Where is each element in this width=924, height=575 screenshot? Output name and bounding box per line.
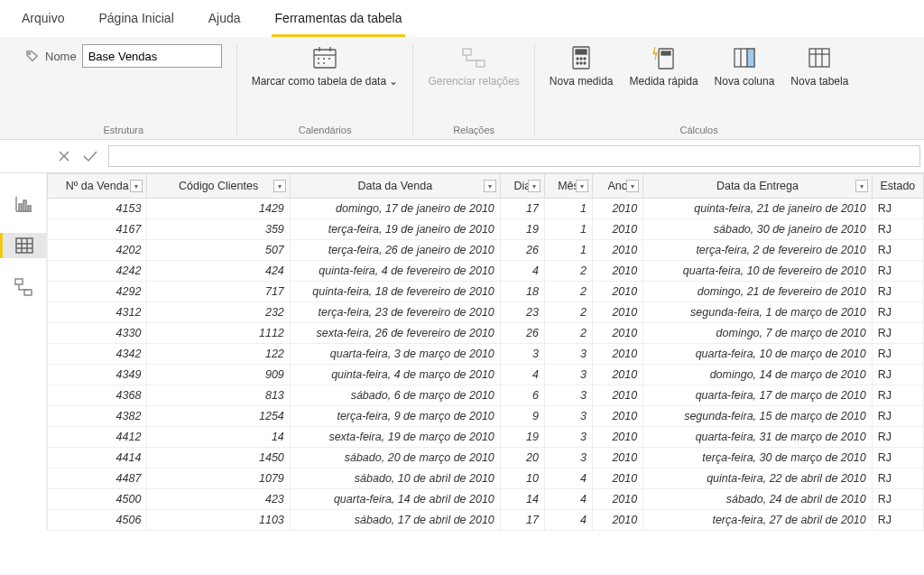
cell-n-venda[interactable]: 4500 [48,489,147,510]
cell-mes[interactable]: 4 [544,468,592,489]
cell-data-entrega[interactable]: quarta-feira, 10 de fevereiro de 2010 [643,261,872,282]
col-data-venda[interactable]: Data da Venda▾ [290,174,500,199]
cell-ano[interactable]: 2010 [593,448,643,468]
cell-mes[interactable]: 3 [544,448,592,468]
cell-estado[interactable]: RJ [872,427,923,448]
cell-estado[interactable]: RJ [872,344,923,365]
cell-ano[interactable]: 2010 [593,199,643,219]
filter-dropdown-icon[interactable]: ▾ [855,180,868,192]
cell-dia[interactable]: 9 [500,406,544,427]
cell-estado[interactable]: RJ [872,448,923,468]
cell-data-venda[interactable]: quinta-feira, 4 de fevereiro de 2010 [290,261,500,282]
cell-data-venda[interactable]: quarta-feira, 3 de março de 2010 [290,344,500,365]
cell-estado[interactable]: RJ [872,489,923,510]
cell-dia[interactable]: 19 [500,427,544,448]
cell-ano[interactable]: 2010 [593,344,643,365]
cell-ano[interactable]: 2010 [593,282,643,302]
cell-data-venda[interactable]: sábado, 10 de abril de 2010 [290,468,500,489]
cell-n-venda[interactable]: 4153 [48,199,147,219]
table-row[interactable]: 4312232terça-feira, 23 de fevereiro de 2… [48,302,924,323]
cell-ano[interactable]: 2010 [593,365,643,385]
cell-mes[interactable]: 1 [544,199,592,219]
cell-mes[interactable]: 3 [544,365,592,385]
tab-arquivo[interactable]: Arquivo [18,5,68,37]
cell-mes[interactable]: 2 [544,323,592,344]
cell-dia[interactable]: 19 [500,219,544,240]
sidebar-report-view[interactable] [9,191,38,217]
col-dia[interactable]: Dia▾ [500,174,544,199]
cell-estado[interactable]: RJ [872,240,923,261]
cell-dia[interactable]: 18 [500,282,544,302]
cell-mes[interactable]: 2 [544,302,592,323]
cell-estado[interactable]: RJ [872,406,923,427]
cell-n-venda[interactable]: 4414 [48,448,147,468]
cell-n-venda[interactable]: 4167 [48,219,147,240]
table-row[interactable]: 4368813sábado, 6 de março de 2010632010q… [48,385,924,406]
table-row[interactable]: 43821254terça-feira, 9 de março de 20109… [48,406,924,427]
cell-data-venda[interactable]: quinta-feira, 18 de fevereiro de 2010 [290,282,500,302]
col-mes[interactable]: Mês▾ [544,174,592,199]
cell-ano[interactable]: 2010 [593,240,643,261]
cell-dia[interactable]: 23 [500,302,544,323]
cell-data-venda[interactable]: quinta-feira, 4 de março de 2010 [290,365,500,385]
cell-codigo[interactable]: 717 [147,282,290,302]
cell-codigo[interactable]: 909 [147,365,290,385]
medida-rapida-button[interactable]: Medida rápida [630,44,698,89]
table-name-input[interactable] [82,44,222,68]
cell-ano[interactable]: 2010 [593,406,643,427]
cell-n-venda[interactable]: 4330 [48,323,147,344]
cell-n-venda[interactable]: 4292 [48,282,147,302]
sidebar-data-view[interactable] [0,233,47,258]
cell-data-entrega[interactable]: sábado, 24 de abril de 2010 [643,489,872,510]
table-row[interactable]: 44871079sábado, 10 de abril de 201010420… [48,468,924,489]
cell-ano[interactable]: 2010 [593,323,643,344]
table-row[interactable]: 4202507terça-feira, 26 de janeiro de 201… [48,240,924,261]
table-row[interactable]: 44141450sábado, 20 de março de 201020320… [48,448,924,468]
cell-dia[interactable]: 26 [500,323,544,344]
cell-ano[interactable]: 2010 [593,427,643,448]
cell-n-venda[interactable]: 4368 [48,385,147,406]
data-grid[interactable]: Nº da Venda▾ Código Clientes▾ Data da Ve… [47,173,924,531]
cell-estado[interactable]: RJ [872,510,923,531]
cell-mes[interactable]: 1 [544,219,592,240]
table-row[interactable]: 41531429domingo, 17 de janeiro de 201017… [48,199,924,219]
cell-codigo[interactable]: 813 [147,385,290,406]
table-row[interactable]: 4242424quinta-feira, 4 de fevereiro de 2… [48,261,924,282]
cell-estado[interactable]: RJ [872,261,923,282]
cell-codigo[interactable]: 232 [147,302,290,323]
table-row[interactable]: 4349909quinta-feira, 4 de março de 20104… [48,365,924,385]
nova-coluna-button[interactable]: Nova coluna [715,44,775,89]
col-estado[interactable]: Estado [872,174,923,199]
cell-data-entrega[interactable]: terça-feira, 30 de março de 2010 [643,448,872,468]
filter-dropdown-icon[interactable]: ▾ [273,180,286,192]
cell-codigo[interactable]: 423 [147,489,290,510]
filter-dropdown-icon[interactable]: ▾ [484,180,496,192]
cell-estado[interactable]: RJ [872,219,923,240]
cell-data-venda[interactable]: terça-feira, 23 de fevereiro de 2010 [290,302,500,323]
col-data-entrega[interactable]: Data da Entrega▾ [643,174,872,199]
cell-estado[interactable]: RJ [872,365,923,385]
cell-estado[interactable]: RJ [872,282,923,302]
cell-data-entrega[interactable]: domingo, 21 de fevereiro de 2010 [643,282,872,302]
cell-ano[interactable]: 2010 [593,510,643,531]
cell-n-venda[interactable]: 4242 [48,261,147,282]
cell-codigo[interactable]: 14 [147,427,290,448]
cell-codigo[interactable]: 1254 [147,406,290,427]
cell-estado[interactable]: RJ [872,302,923,323]
cell-codigo[interactable]: 359 [147,219,290,240]
cell-n-venda[interactable]: 4312 [48,302,147,323]
cell-dia[interactable]: 10 [500,468,544,489]
cell-mes[interactable]: 3 [544,427,592,448]
table-row[interactable]: 4500423quarta-feira, 14 de abril de 2010… [48,489,924,510]
nova-tabela-button[interactable]: Nova tabela [790,44,848,89]
cell-dia[interactable]: 14 [500,489,544,510]
cell-ano[interactable]: 2010 [593,385,643,406]
cell-mes[interactable]: 1 [544,240,592,261]
cell-ano[interactable]: 2010 [593,489,643,510]
filter-dropdown-icon[interactable]: ▾ [528,180,541,192]
cell-codigo[interactable]: 1079 [147,468,290,489]
marcar-como-tabela-data-button[interactable]: Marcar como tabela de data ⌄ [252,44,399,89]
table-row[interactable]: 4167359terça-feira, 19 de janeiro de 201… [48,219,924,240]
cell-n-venda[interactable]: 4349 [48,365,147,385]
cell-estado[interactable]: RJ [872,323,923,344]
